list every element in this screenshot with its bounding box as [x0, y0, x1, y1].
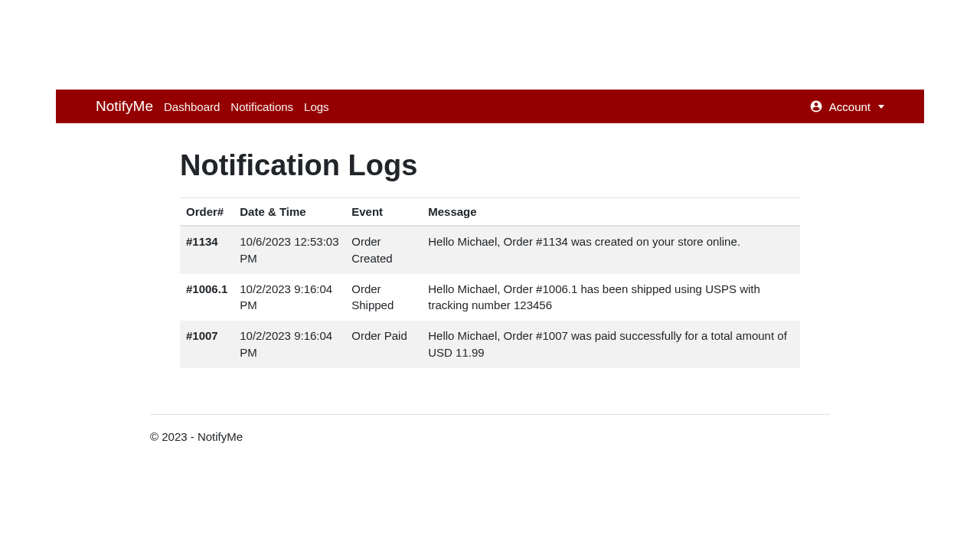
cell-message: Hello Michael, Order #1134 was created o…	[422, 226, 800, 274]
th-datetime: Date & Time	[234, 198, 345, 227]
cell-event: Order Created	[345, 226, 422, 274]
cell-order: #1134	[180, 226, 234, 274]
cell-datetime: 10/2/2023 9:16:04 PM	[234, 274, 345, 321]
th-message: Message	[422, 198, 800, 227]
cell-message: Hello Michael, Order #1006.1 has been sh…	[422, 274, 800, 321]
th-order: Order#	[180, 198, 234, 227]
navbar: NotifyMe Dashboard Notifications Logs Ac…	[56, 90, 924, 123]
cell-event: Order Shipped	[345, 274, 422, 321]
cell-datetime: 10/2/2023 9:16:04 PM	[234, 321, 345, 368]
th-event: Event	[345, 198, 422, 227]
main-content: Notification Logs Order# Date & Time Eve…	[180, 149, 800, 368]
footer-text: © 2023 - NotifyMe	[150, 430, 830, 443]
cell-order: #1007	[180, 321, 234, 368]
nav-notifications[interactable]: Notifications	[230, 100, 293, 113]
cell-message: Hello Michael, Order #1007 was paid succ…	[422, 321, 800, 368]
table-row: #1007 10/2/2023 9:16:04 PM Order Paid He…	[180, 321, 800, 368]
nav-logs[interactable]: Logs	[304, 100, 329, 113]
page-title: Notification Logs	[180, 149, 800, 182]
account-label: Account	[829, 100, 871, 113]
cell-order: #1006.1	[180, 274, 234, 321]
chevron-down-icon	[878, 105, 884, 109]
table-row: #1006.1 10/2/2023 9:16:04 PM Order Shipp…	[180, 274, 800, 321]
brand-link[interactable]: NotifyMe	[96, 98, 153, 115]
table-row: #1134 10/6/2023 12:53:03 PM Order Create…	[180, 226, 800, 274]
footer-divider	[150, 414, 830, 415]
account-dropdown[interactable]: Account	[809, 99, 884, 113]
logs-table: Order# Date & Time Event Message #1134 1…	[180, 197, 800, 368]
footer: © 2023 - NotifyMe	[150, 414, 830, 443]
nav-dashboard[interactable]: Dashboard	[164, 100, 220, 113]
cell-datetime: 10/6/2023 12:53:03 PM	[234, 226, 345, 274]
nav-links: Dashboard Notifications Logs	[164, 100, 329, 113]
table-header-row: Order# Date & Time Event Message	[180, 198, 800, 227]
account-circle-icon	[809, 99, 823, 113]
cell-event: Order Paid	[345, 321, 422, 368]
